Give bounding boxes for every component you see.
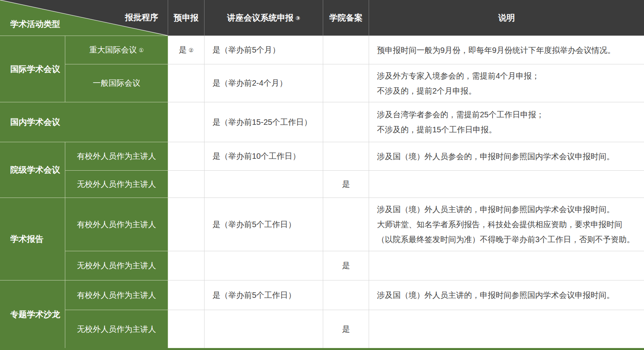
pre-declare-cell: [168, 310, 205, 348]
subcategory-cell-general-international: 一般国际会议: [65, 64, 168, 102]
pre-declare-value: 是: [179, 45, 187, 54]
category-cell-domestic-conference: 国内学术会议: [0, 102, 168, 142]
col-header-description: 说明: [369, 0, 644, 36]
activity-type-header: 学术活动类型: [10, 19, 60, 30]
pre-declare-cell: [168, 280, 205, 310]
description-line: 涉及外方专家入境参会的，需提前4个月申报；: [377, 68, 638, 83]
system-declare-cell: [205, 310, 323, 348]
description-line: 预申报时间一般为9月份，即每年9月份统计下年度拟举办会议情况。: [377, 43, 638, 58]
footnote-mark-1: ①: [139, 47, 144, 53]
category-cell-academic-salon: 专题学术沙龙: [0, 280, 65, 348]
description-cell: [369, 171, 644, 198]
pre-declare-cell: [168, 102, 205, 142]
description-line: 涉及台湾学者参会的，需提前25个工作日申报；: [377, 107, 638, 122]
system-declare-cell: 是（举办前5个工作日）: [205, 280, 323, 310]
category-cell-college-conference: 院级学术会议: [0, 142, 65, 198]
description-cell: 预申报时间一般为9月份，即每年9月份统计下年度拟举办会议情况。: [369, 36, 644, 64]
col-header-pre-declare: 预申报: [168, 0, 205, 36]
system-declare-cell: 是（举办前10个工作日）: [205, 142, 323, 171]
description-line: 涉及国（境）外人员主讲的，申报时间参照国内学术会议申报时间。: [377, 288, 638, 303]
college-record-cell: [323, 198, 369, 251]
col-header-system-declare-label: 讲座会议系统申报: [227, 13, 294, 22]
subcategory-label: 重大国际会议: [89, 45, 137, 54]
college-record-cell: 是: [323, 171, 369, 198]
description-cell: [369, 251, 644, 280]
pre-declare-cell: [168, 251, 205, 280]
description-line: 不涉及的，提前2个月申报。: [377, 83, 638, 98]
subcategory-cell-with-external-speaker: 有校外人员作为主讲人: [65, 280, 168, 310]
college-record-cell: [323, 102, 369, 142]
description-line: 不涉及的，提前15个工作日申报。: [377, 122, 638, 137]
description-line: 大师讲堂、知名学者系列报告，科技处会提供相应资助，要求申报时间（以院系最终签发时…: [377, 217, 638, 247]
college-record-cell: [323, 64, 369, 102]
subcategory-cell-no-external-speaker: 无校外人员作为主讲人: [65, 251, 168, 280]
description-cell: 涉及国（境）外人员主讲的，申报时间参照国内学术会议申报时间。 大师讲堂、知名学者…: [369, 198, 644, 251]
subcategory-cell-no-external-speaker: 无校外人员作为主讲人: [65, 310, 168, 348]
system-declare-cell: 是（举办前5个工作日）: [205, 198, 323, 251]
pre-declare-cell: 是②: [168, 36, 205, 64]
subcategory-cell-with-external-speaker: 有校外人员作为主讲人: [65, 142, 168, 171]
pre-declare-cell: [168, 171, 205, 198]
system-declare-cell: 是（举办前15-25个工作日）: [205, 102, 323, 142]
system-declare-cell: [205, 171, 323, 198]
description-line: 涉及国（境）外人员参会的，申报时间参照国内学术会议申报时间。: [377, 149, 638, 164]
subcategory-cell-major-international: 重大国际会议①: [65, 36, 168, 64]
subcategory-cell-with-external-speaker: 有校外人员作为主讲人: [65, 198, 168, 251]
col-header-system-declare: 讲座会议系统申报③: [205, 0, 323, 36]
approval-procedure-table: 报批程序 学术活动类型 预申报 讲座会议系统申报③ 学院备案 说明 国际学术会议…: [0, 0, 644, 350]
description-cell: 涉及台湾学者参会的，需提前25个工作日申报； 不涉及的，提前15个工作日申报。: [369, 102, 644, 142]
approval-procedure-header: 报批程序: [125, 12, 158, 23]
description-cell: 涉及国（境）外人员参会的，申报时间参照国内学术会议申报时间。: [369, 142, 644, 171]
description-cell: 涉及国（境）外人员主讲的，申报时间参照国内学术会议申报时间。: [369, 280, 644, 310]
college-record-cell: [323, 36, 369, 64]
description-cell: 涉及外方专家入境参会的，需提前4个月申报； 不涉及的，提前2个月申报。: [369, 64, 644, 102]
system-declare-cell: 是（举办前2-4个月）: [205, 64, 323, 102]
footnote-mark-2: ②: [189, 47, 194, 53]
system-declare-cell: [205, 251, 323, 280]
footnote-mark-3: ③: [295, 15, 300, 21]
college-record-cell: [323, 280, 369, 310]
description-cell: [369, 310, 644, 348]
pre-declare-cell: [168, 142, 205, 171]
pre-declare-cell: [168, 64, 205, 102]
description-line: 涉及国（境）外人员主讲的，申报时间参照国内学术会议申报时间。: [377, 202, 638, 217]
pre-declare-cell: [168, 198, 205, 251]
category-cell-international-conference: 国际学术会议: [0, 36, 65, 102]
col-header-college-record: 学院备案: [323, 0, 369, 36]
category-cell-academic-report: 学术报告: [0, 198, 65, 280]
college-record-cell: 是: [323, 310, 369, 348]
subcategory-cell-no-external-speaker: 无校外人员作为主讲人: [65, 171, 168, 198]
college-record-cell: 是: [323, 251, 369, 280]
college-record-cell: [323, 142, 369, 171]
system-declare-cell: 是（举办前5个月）: [205, 36, 323, 64]
corner-cell: 报批程序 学术活动类型: [0, 0, 168, 36]
